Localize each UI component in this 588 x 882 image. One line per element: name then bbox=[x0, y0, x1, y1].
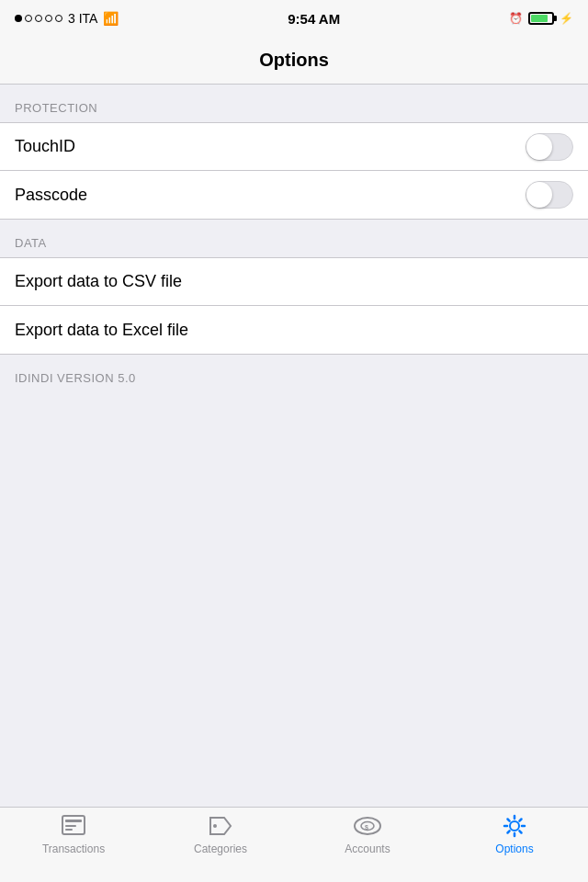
svg-text:$: $ bbox=[365, 824, 368, 831]
battery-fill bbox=[531, 15, 548, 22]
svg-line-15 bbox=[519, 820, 521, 821]
data-table: Export data to CSV file Export data to E… bbox=[0, 257, 588, 355]
categories-label: Categories bbox=[194, 842, 247, 855]
page-title: Options bbox=[259, 50, 329, 71]
passcode-row[interactable]: Passcode bbox=[0, 171, 588, 219]
tab-categories[interactable]: Categories bbox=[147, 813, 294, 855]
tab-transactions[interactable]: Transactions bbox=[0, 813, 147, 855]
signal-dots bbox=[15, 15, 62, 22]
dot-1 bbox=[15, 15, 22, 22]
tab-accounts[interactable]: $ Accounts bbox=[294, 813, 441, 855]
passcode-toggle[interactable] bbox=[526, 181, 573, 209]
passcode-label: Passcode bbox=[15, 186, 87, 205]
alarm-icon: ⏰ bbox=[509, 12, 523, 25]
accounts-icon: $ bbox=[353, 813, 382, 839]
protection-table: TouchID Passcode bbox=[0, 122, 588, 220]
options-label: Options bbox=[495, 842, 533, 855]
export-excel-label: Export data to Excel file bbox=[15, 321, 188, 340]
version-header: IDINDI VERSION 5.0 bbox=[0, 355, 588, 392]
transactions-label: Transactions bbox=[42, 842, 105, 855]
svg-line-14 bbox=[519, 831, 521, 832]
svg-rect-2 bbox=[65, 825, 76, 827]
svg-rect-3 bbox=[65, 829, 73, 831]
carrier-label: 3 ITA bbox=[68, 11, 97, 26]
categories-icon bbox=[206, 813, 235, 839]
touchid-label: TouchID bbox=[15, 137, 75, 156]
touchid-row[interactable]: TouchID bbox=[0, 123, 588, 171]
nav-bar: Options bbox=[0, 37, 588, 85]
svg-line-13 bbox=[508, 820, 510, 821]
tab-bar: Transactions Categories $ Accounts bbox=[0, 807, 588, 882]
touchid-toggle[interactable] bbox=[526, 133, 573, 161]
transactions-icon bbox=[59, 813, 88, 839]
data-header: DATA bbox=[0, 220, 588, 257]
tab-options[interactable]: Options bbox=[441, 813, 588, 855]
status-bar: 3 ITA 📶 9:54 AM ⏰ ⚡ bbox=[0, 0, 588, 37]
protection-header: PROTECTION bbox=[0, 85, 588, 122]
svg-rect-1 bbox=[65, 820, 82, 822]
content: PROTECTION TouchID Passcode DATA Export … bbox=[0, 85, 588, 392]
svg-line-16 bbox=[508, 831, 510, 832]
options-icon bbox=[500, 813, 529, 839]
export-csv-row[interactable]: Export data to CSV file bbox=[0, 258, 588, 306]
status-time: 9:54 AM bbox=[288, 11, 340, 27]
status-right: ⏰ ⚡ bbox=[509, 12, 573, 25]
dot-3 bbox=[35, 15, 42, 22]
wifi-icon: 📶 bbox=[103, 11, 119, 26]
status-left: 3 ITA 📶 bbox=[15, 11, 119, 26]
export-csv-label: Export data to CSV file bbox=[15, 272, 182, 291]
dot-4 bbox=[45, 15, 52, 22]
charging-icon: ⚡ bbox=[560, 12, 573, 25]
battery-icon bbox=[528, 12, 554, 25]
touchid-toggle-knob bbox=[526, 134, 552, 160]
accounts-label: Accounts bbox=[345, 842, 390, 855]
svg-point-8 bbox=[510, 821, 519, 831]
dot-5 bbox=[55, 15, 62, 22]
svg-point-4 bbox=[213, 824, 217, 828]
export-excel-row[interactable]: Export data to Excel file bbox=[0, 306, 588, 354]
dot-2 bbox=[25, 15, 32, 22]
passcode-toggle-knob bbox=[526, 182, 552, 208]
